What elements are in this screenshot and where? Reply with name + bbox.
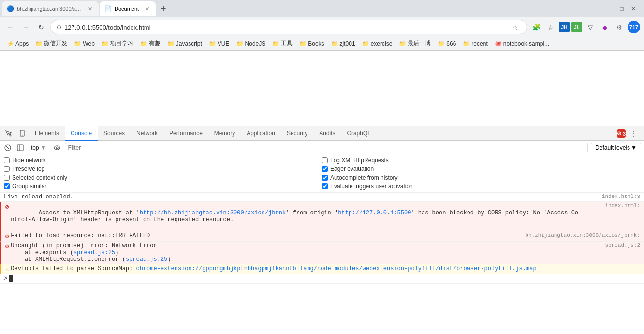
- tab-close-1[interactable]: ✕: [87, 5, 94, 13]
- bookmark-label-xuexi: 项目学习: [110, 39, 133, 47]
- tab-sources[interactable]: Sources: [98, 126, 131, 141]
- new-tab-button[interactable]: +: [157, 2, 170, 15]
- err-failed-icon: ⊘: [5, 233, 9, 240]
- log-levels-select[interactable]: Default levels ▼: [591, 143, 641, 152]
- cors-error-link[interactable]: index.html:: [582, 203, 640, 209]
- bookmark-weixin[interactable]: 📁 微信开发: [32, 38, 70, 48]
- bookmark-recent[interactable]: 📁 recent: [460, 39, 490, 48]
- extensions-icon[interactable]: 🧩: [530, 21, 542, 33]
- folder-icon-tools: 📁: [272, 40, 279, 47]
- option-preserve-log: Preserve log: [4, 165, 322, 173]
- cors-url-link[interactable]: http://bh.zhijiangtao.xin:3000/axios/jbr…: [140, 210, 286, 216]
- tab-security[interactable]: Security: [281, 126, 313, 141]
- bookmark-zuihou[interactable]: 📁 最后一博: [396, 38, 434, 48]
- option-evaluate-triggers: Evaluate triggers user activation: [322, 182, 640, 190]
- jl-icon[interactable]: JL: [571, 22, 582, 32]
- folder-icon-youqu: 📁: [140, 40, 147, 47]
- bookmark-youqu[interactable]: 📁 有趣: [137, 38, 163, 48]
- origin-url-link[interactable]: http://127.0.0.1:5500: [338, 210, 411, 216]
- bookmark-zjt001[interactable]: 📁 zjt001: [328, 39, 358, 48]
- tab-application[interactable]: Application: [241, 126, 281, 141]
- svg-rect-4: [17, 145, 23, 151]
- profile-button[interactable]: 717: [628, 21, 640, 33]
- bookmark-exercise[interactable]: 📁 exercise: [359, 39, 395, 48]
- right-toolbar: 🧩 ☆ JH JL ▽ ◆ ⚙ 717: [530, 21, 640, 33]
- jh-icon[interactable]: JH: [559, 22, 570, 32]
- bookmarks-bar: ⚡ Apps 📁 微信开发 📁 Web 📁 项目学习 📁 有趣 📁 Javasc…: [0, 37, 644, 50]
- bookmark-web[interactable]: 📁 Web: [71, 39, 97, 48]
- bookmark-xuexi[interactable]: 📁 项目学习: [99, 38, 136, 48]
- bookmark-label-zuihou: 最后一博: [408, 39, 431, 47]
- live-reload-link[interactable]: index.html:3: [582, 194, 640, 199]
- bookmark-666[interactable]: 📁 666: [435, 39, 459, 48]
- log-xhr-checkbox[interactable]: [322, 157, 328, 163]
- tab-audits[interactable]: Audits: [313, 126, 341, 141]
- group-similar-label: Group similar: [12, 183, 46, 190]
- tab-console[interactable]: Console: [65, 126, 98, 141]
- toggle-sidebar-button[interactable]: [15, 143, 25, 152]
- bookmark-tools[interactable]: 📁 工具: [269, 38, 295, 48]
- hide-network-checkbox[interactable]: [4, 157, 10, 163]
- log-levels-label: Default levels: [595, 144, 630, 151]
- tab-1[interactable]: 🔵 bh.zhijiangtao.xin:3000/axios/ ✕: [2, 1, 99, 16]
- url-bar[interactable]: ⊙ 127.0.0.1:5500/todo/index.html ☆: [50, 20, 527, 34]
- svg-point-1: [22, 135, 23, 136]
- tab-2[interactable]: 📄 Document ✕: [100, 1, 156, 16]
- back-button[interactable]: ←: [4, 21, 16, 33]
- maximize-button[interactable]: □: [617, 4, 627, 14]
- forward-button[interactable]: →: [19, 21, 32, 33]
- address-bar: ← → ↻ ⊙ 127.0.0.1:5500/todo/index.html ☆…: [0, 17, 644, 37]
- console-output[interactable]: Live reload enabled. index.html:3 ⊘ Acce…: [0, 193, 644, 334]
- tab-graphql[interactable]: GraphQL: [341, 126, 377, 141]
- close-window-button[interactable]: ✕: [629, 4, 638, 14]
- clear-console-button[interactable]: [3, 143, 13, 152]
- option-group-similar: Group similar: [4, 182, 322, 190]
- bookmark-vue[interactable]: 📁 VUE: [206, 39, 233, 48]
- spread-link-2[interactable]: spread.js:25: [126, 256, 167, 263]
- autocomplete-checkbox[interactable]: [322, 175, 328, 181]
- bookmark-nodejs[interactable]: 📁 NodeJS: [234, 39, 269, 48]
- selected-context-checkbox[interactable]: [4, 175, 10, 181]
- tab-close-2[interactable]: ✕: [144, 5, 151, 13]
- tab-elements[interactable]: Elements: [29, 126, 65, 141]
- star-icon[interactable]: ☆: [544, 21, 557, 33]
- eager-eval-checkbox[interactable]: [322, 166, 328, 172]
- log-levels-arrow-icon: ▼: [631, 144, 637, 151]
- v-icon[interactable]: ▽: [584, 21, 597, 33]
- devtools-inspect-icon[interactable]: [2, 126, 15, 141]
- reload-button[interactable]: ↻: [35, 21, 47, 33]
- network-error-link[interactable]: spread.js:2: [582, 243, 640, 248]
- devtools-more-menu[interactable]: ⋮: [629, 129, 639, 138]
- spread-link-1[interactable]: spread.js:25: [73, 249, 115, 256]
- devtools-device-icon[interactable]: [15, 126, 29, 141]
- folder-icon-vue: 📁: [209, 40, 216, 47]
- tab-memory[interactable]: Memory: [208, 126, 241, 141]
- show-hide-button[interactable]: [52, 143, 62, 152]
- console-prompt-icon: >: [4, 275, 7, 282]
- group-similar-checkbox[interactable]: [4, 183, 10, 189]
- folder-icon-xuexi: 📁: [102, 40, 109, 47]
- bookmark-notebook[interactable]: 🐙 notebook-sampl...: [492, 39, 552, 48]
- minimize-button[interactable]: ─: [605, 4, 615, 14]
- bookmark-js[interactable]: 📁 Javascript: [164, 39, 205, 48]
- sourcemap-link[interactable]: chrome-extension://gppongmhjkpfnbhagpmjf…: [136, 265, 536, 272]
- url-actions: ☆: [510, 22, 521, 32]
- console-input-line[interactable]: >: [0, 274, 644, 284]
- bookmark-star-icon[interactable]: ☆: [510, 22, 521, 32]
- tab-controls: ─ □ ✕: [605, 4, 642, 14]
- folder-icon-zuihou: 📁: [399, 40, 406, 47]
- preserve-log-checkbox[interactable]: [4, 166, 10, 172]
- err-failed-link[interactable]: bh.zhijiangtao.xin:3000/axios/jbrnk:: [525, 232, 640, 238]
- gear-icon[interactable]: ⚙: [613, 21, 626, 33]
- console-filter-input[interactable]: [65, 143, 588, 152]
- tab-network[interactable]: Network: [131, 126, 163, 141]
- option-hide-network: Hide network: [4, 156, 322, 164]
- evaluate-triggers-checkbox[interactable]: [322, 183, 328, 189]
- bookmark-apps[interactable]: ⚡ Apps: [4, 39, 31, 48]
- tab-performance[interactable]: Performance: [163, 126, 208, 141]
- bookmark-books[interactable]: 📁 Books: [296, 39, 327, 48]
- diamond-icon[interactable]: ◆: [599, 21, 611, 33]
- autocomplete-label: Autocomplete from history: [330, 174, 397, 181]
- context-selector[interactable]: top ▼: [28, 143, 49, 152]
- tab-bar: 🔵 bh.zhijiangtao.xin:3000/axios/ ✕ 📄 Doc…: [0, 0, 644, 17]
